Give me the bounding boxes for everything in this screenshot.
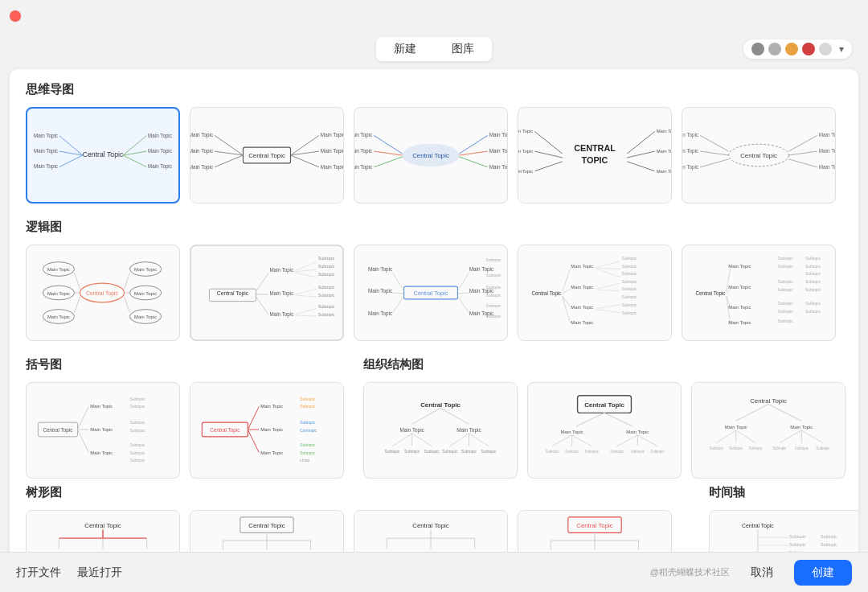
svg-text:Subtopic: Subtopic <box>129 397 145 401</box>
color-dot-1 <box>751 43 764 56</box>
svg-text:Main Topic: Main Topic <box>269 290 293 297</box>
svg-text:Subtopic: Subtopic <box>318 272 335 277</box>
logic-template-4[interactable]: Central Topic Main Topic Main Topic Main… <box>518 245 672 341</box>
logic-template-2[interactable]: Central Topic Main Topic Main Topic Main… <box>190 245 344 341</box>
titlebar <box>0 0 868 32</box>
svg-text:Subtopic: Subtopic <box>129 405 145 409</box>
svg-line-107 <box>295 289 317 294</box>
section-org-title: 组织结构图 <box>363 357 858 372</box>
svg-line-6 <box>123 155 146 167</box>
color-picker[interactable]: ▾ <box>743 39 852 59</box>
svg-text:Subtopic: Subtopic <box>621 287 637 291</box>
svg-text:Main Topic: Main Topic <box>368 310 393 317</box>
svg-text:Subtopic: Subtopic <box>485 304 502 308</box>
svg-line-30 <box>374 151 402 155</box>
svg-line-32 <box>459 135 487 154</box>
svg-text:Main Topic: Main Topic <box>518 129 533 134</box>
section-logic: 逻辑图 Central Topic Main Topic Main Topic … <box>26 220 842 341</box>
svg-line-110 <box>295 315 317 316</box>
svg-text:CENTRAL: CENTRAL <box>574 143 616 153</box>
svg-line-83 <box>75 273 80 289</box>
svg-text:Subtopic: Subtopic <box>816 446 830 450</box>
svg-line-3 <box>59 155 83 167</box>
org-template-1[interactable]: Central Topic Main Topic Main Topic Subt… <box>363 382 518 479</box>
logic-template-3[interactable]: Central Topic Main Topic Main Topic Main… <box>354 245 508 341</box>
bracket-template-2[interactable]: Central Topic Main Topic Main Topic Main… <box>190 382 344 479</box>
mindmap-template-1[interactable]: Central Topic Main Topic Main Topic Main… <box>26 107 180 204</box>
cancel-button[interactable]: 取消 <box>739 561 784 585</box>
mindmap-template-2[interactable]: Central Topic Main Topic Main Topic Main… <box>190 107 344 204</box>
mindmap-template-3[interactable]: Central Topic Main Topic Main Topic Main… <box>354 107 508 204</box>
svg-text:Main Topic: Main Topic <box>269 267 293 273</box>
svg-line-231 <box>552 435 572 446</box>
svg-line-130 <box>457 296 469 313</box>
svg-line-59 <box>700 159 728 167</box>
svg-text:Linop: Linop <box>300 458 309 462</box>
org-template-3[interactable]: Central Topic Main Topic Main Topic Subt… <box>691 382 845 479</box>
svg-text:Main Topic: Main Topic <box>354 132 373 138</box>
svg-text:Main Topic: Main Topic <box>269 311 293 318</box>
svg-text:Subtopic: Subtopic <box>621 272 637 276</box>
svg-text:Subtopic: Subtopic <box>710 446 724 450</box>
svg-line-218 <box>469 434 489 446</box>
svg-text:Subtopic: Subtopic <box>772 446 787 450</box>
gallery-button[interactable]: 图库 <box>434 37 492 61</box>
svg-line-234 <box>617 435 638 446</box>
svg-line-44 <box>534 151 562 158</box>
create-button[interactable]: 创建 <box>794 560 852 586</box>
svg-line-250 <box>736 430 756 443</box>
footer-right: @稻壳蝴蝶技术社区 取消 创建 <box>644 560 852 586</box>
svg-text:Main Topic: Main Topic <box>571 320 593 325</box>
svg-text:Subtopic: Subtopic <box>621 295 637 299</box>
svg-text:Subtopic: Subtopic <box>778 310 794 314</box>
svg-text:Main Topic: Main Topic <box>489 132 507 138</box>
new-button[interactable]: 新建 <box>376 37 434 61</box>
svg-text:Main Topic: Main Topic <box>819 148 835 154</box>
svg-text:Central Topic: Central Topic <box>248 522 285 529</box>
section-bracket-title: 括号图 <box>26 357 363 372</box>
svg-text:Subtopic: Subtopic <box>300 421 316 425</box>
section-bracket: 括号图 Central Topic Main Topic Main Topic … <box>26 357 363 479</box>
bracket-template-1[interactable]: Central Topic Main Topic Main Topic Main… <box>26 382 180 479</box>
mindmap-template-5[interactable]: Central Topic Main Topic Main Topic Main… <box>682 107 836 204</box>
svg-text:Central Topic: Central Topic <box>420 401 461 409</box>
svg-text:Subtopic: Subtopic <box>318 285 335 290</box>
svg-line-147 <box>563 297 571 323</box>
svg-line-154 <box>596 310 620 313</box>
svg-text:Subtopic: Subtopic <box>318 256 335 261</box>
svg-text:Subtopic: Subtopic <box>778 302 794 306</box>
org-template-2[interactable]: Central Topic Main Topic Main Topic Subt… <box>527 382 682 479</box>
svg-text:Central Topic: Central Topic <box>740 152 777 159</box>
svg-text:Main Topic: Main Topic <box>354 148 373 154</box>
watermark-text: @稻壳蝴蝶技术社区 <box>650 566 730 578</box>
svg-text:Main Topic: Main Topic <box>518 149 533 154</box>
logic-template-1[interactable]: Central Topic Main Topic Main Topic Main… <box>26 245 180 341</box>
color-dot-2 <box>768 43 781 56</box>
svg-text:Subtopic: Subtopic <box>129 421 145 425</box>
svg-text:Main Topic: Main Topic <box>321 148 343 154</box>
svg-text:Main Topic: Main Topic <box>819 132 835 138</box>
svg-text:Main Topic: Main Topic <box>34 148 58 154</box>
svg-line-182 <box>78 430 89 453</box>
svg-text:Main Topic: Main Topic <box>728 320 751 325</box>
recent-button[interactable]: 最近打开 <box>77 562 122 583</box>
svg-line-17 <box>215 155 243 167</box>
footer-left: 打开文件 最近打开 <box>16 562 122 583</box>
svg-line-227 <box>576 413 604 426</box>
svg-line-85 <box>75 297 80 313</box>
svg-text:Main Topic: Main Topic <box>571 264 593 269</box>
svg-text:Central Topic: Central Topic <box>414 290 448 297</box>
svg-line-152 <box>596 290 620 291</box>
open-file-button[interactable]: 打开文件 <box>16 562 61 583</box>
svg-line-88 <box>125 297 130 313</box>
svg-line-145 <box>563 289 571 294</box>
mindmap-template-4[interactable]: CENTRAL TOPIC Main Topic Main Topic Main… <box>518 107 672 204</box>
logic-template-5[interactable]: Central Topic Main Topic Main Topic Main… <box>682 245 836 341</box>
svg-text:Main Topic: Main Topic <box>728 285 751 290</box>
svg-line-33 <box>459 151 487 155</box>
svg-text:Central Topic: Central Topic <box>412 152 449 159</box>
svg-line-148 <box>596 261 620 268</box>
svg-text:Subtopic: Subtopic <box>821 542 837 547</box>
svg-line-153 <box>596 305 620 309</box>
traffic-light-close[interactable] <box>10 10 21 22</box>
